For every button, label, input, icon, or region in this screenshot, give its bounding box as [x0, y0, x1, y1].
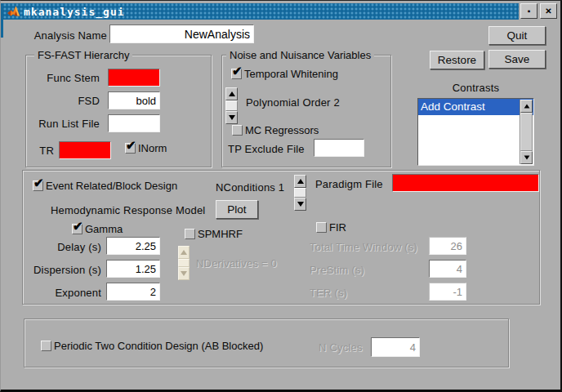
minimize-icon: ▪	[528, 7, 531, 16]
delay-label: Delay (s)	[23, 241, 101, 253]
gamma-label: Gamma	[85, 223, 123, 235]
func-stem-label: Func Stem	[29, 72, 100, 84]
spinner-track	[178, 259, 190, 267]
close-icon: ✕	[545, 7, 551, 16]
gamma-checkbox-box[interactable]: ✔	[72, 224, 83, 234]
event-related-label: Event Related/Block Design	[46, 180, 177, 192]
fsd-field[interactable]	[108, 91, 160, 109]
nderivatives-spinner	[178, 246, 190, 280]
gamma-checkbox[interactable]: ✔ Gamma	[72, 223, 123, 235]
restore-button-label: Restore	[438, 54, 476, 66]
fir-checkbox[interactable]: FIR	[316, 221, 346, 234]
ncycles-field[interactable]	[371, 337, 420, 357]
dispersion-field[interactable]	[106, 260, 160, 278]
minimize-button[interactable]: ▪	[520, 3, 537, 19]
spmhrf-checkbox[interactable]: SPMHRF	[185, 228, 243, 240]
prestim-label: PreStim (s)	[310, 264, 364, 276]
matlab-logo-icon	[7, 5, 20, 19]
mc-regressors-label: MC Regressors	[245, 124, 319, 136]
nconditions-label: NConditions 1	[216, 181, 284, 194]
check-icon: ✔	[232, 65, 243, 77]
close-button[interactable]: ✕	[540, 3, 557, 19]
spinner-down-icon[interactable]	[294, 198, 306, 211]
paradigm-file-label: Paradigm File	[315, 178, 383, 190]
ncycles-label: N Cycles	[319, 341, 363, 354]
spinner-up-icon[interactable]	[225, 87, 238, 100]
design-frame: ✔ Event Related/Block Design NConditions…	[22, 170, 540, 305]
total-time-window-field	[429, 237, 466, 255]
title-bar[interactable]: mkanalysis_gui	[3, 3, 519, 20]
save-button[interactable]: Save	[488, 50, 546, 69]
periodic-frame: Periodic Two Condition Design (AB Blocke…	[24, 318, 509, 368]
polynomial-order-spinner[interactable]	[225, 87, 238, 124]
paradigm-file-field[interactable]	[392, 174, 539, 192]
tr-field[interactable]	[59, 141, 111, 159]
hrf-label: Hemodynamic Response Model	[51, 204, 205, 216]
fir-checkbox-box[interactable]	[316, 222, 327, 233]
temporal-whitening-checkbox-box[interactable]: ✔	[231, 69, 242, 79]
plot-button[interactable]: Plot	[216, 200, 258, 219]
periodic-checkbox-box[interactable]	[41, 341, 51, 351]
nconditions-spinner[interactable]	[294, 175, 306, 211]
quit-button-label: Quit	[507, 29, 528, 42]
run-list-file-label: Run List File	[29, 118, 100, 130]
check-icon: ✔	[126, 139, 136, 151]
exponent-field[interactable]	[106, 283, 160, 301]
scroll-down-icon[interactable]	[520, 151, 533, 164]
spinner-track[interactable]	[294, 188, 306, 198]
quit-button[interactable]: Quit	[488, 26, 546, 45]
ter-field	[429, 283, 466, 301]
tp-exclude-file-label: TP Exclude File	[228, 143, 305, 155]
polynomial-order-label: Polynomial Order 2	[246, 96, 340, 109]
func-stem-field[interactable]	[108, 69, 160, 87]
inorm-checkbox[interactable]: ✔ INorm	[125, 142, 167, 154]
tr-label: TR	[29, 145, 54, 157]
scrollbar-thumb[interactable]	[520, 113, 533, 151]
nderivatives-label: NDerivatives = 0	[196, 257, 277, 270]
plot-button-label: Plot	[227, 203, 246, 216]
mc-regressors-checkbox[interactable]: MC Regressors	[232, 124, 319, 136]
mkanalysis-gui-window: mkanalysis_gui ▪ ✕ Analysis Name Quit Re…	[0, 0, 562, 392]
spinner-up-icon[interactable]	[294, 175, 306, 188]
inorm-label: INorm	[138, 142, 167, 154]
check-icon: ✔	[33, 176, 44, 189]
fsd-label: FSD	[29, 95, 100, 107]
temporal-whitening-checkbox[interactable]: ✔ Temporal Whitening	[231, 68, 338, 80]
spinner-down-icon[interactable]	[225, 111, 238, 124]
total-time-window-label: Total Time Window (s)	[310, 241, 417, 253]
contrast-list-item[interactable]: Add Contrast	[418, 99, 533, 115]
spinner-up-icon	[178, 246, 190, 259]
noise-frame: Noise and Nuisance Variables ✔ Temporal …	[221, 55, 391, 167]
analysis-name-input[interactable]	[109, 24, 254, 43]
event-related-checkbox-box[interactable]: ✔	[33, 180, 43, 191]
spinner-track[interactable]	[225, 100, 238, 111]
check-icon: ✔	[73, 220, 83, 232]
restore-button[interactable]: Restore	[430, 51, 484, 69]
contrasts-listbox[interactable]: Add Contrast	[417, 98, 534, 166]
contrasts-scrollbar[interactable]	[520, 100, 533, 164]
mc-regressors-checkbox-box[interactable]	[232, 125, 243, 136]
spmhrf-label: SPMHRF	[198, 228, 243, 240]
inorm-checkbox-box[interactable]: ✔	[125, 143, 136, 154]
noise-frame-title: Noise and Nuisance Variables	[226, 49, 374, 61]
run-list-file-field[interactable]	[108, 114, 160, 132]
save-button-label: Save	[505, 53, 530, 65]
spmhrf-checkbox-box[interactable]	[185, 229, 195, 239]
event-related-checkbox[interactable]: ✔ Event Related/Block Design	[33, 180, 177, 192]
window-title: mkanalysis_gui	[24, 6, 125, 18]
periodic-label: Periodic Two Condition Design (AB Blocke…	[54, 340, 263, 352]
delay-field[interactable]	[106, 237, 160, 255]
fsfast-hierarchy-frame: FS-FAST Hierarchy Func Stem FSD Run List…	[25, 55, 212, 167]
spinner-down-icon	[178, 267, 190, 280]
prestim-field[interactable]	[429, 260, 466, 278]
fir-label: FIR	[329, 221, 346, 234]
scroll-up-icon[interactable]	[520, 100, 533, 113]
fsfast-hierarchy-title: FS-FAST Hierarchy	[34, 49, 132, 61]
temporal-whitening-label: Temporal Whitening	[244, 68, 338, 80]
exponent-label: Exponent	[23, 287, 101, 299]
tp-exclude-file-field[interactable]	[314, 139, 364, 157]
ter-label: TER (s)	[310, 287, 347, 299]
periodic-checkbox[interactable]: Periodic Two Condition Design (AB Blocke…	[41, 340, 263, 352]
contrasts-label: Contrasts	[417, 82, 534, 94]
analysis-name-label: Analysis Name	[19, 29, 107, 42]
